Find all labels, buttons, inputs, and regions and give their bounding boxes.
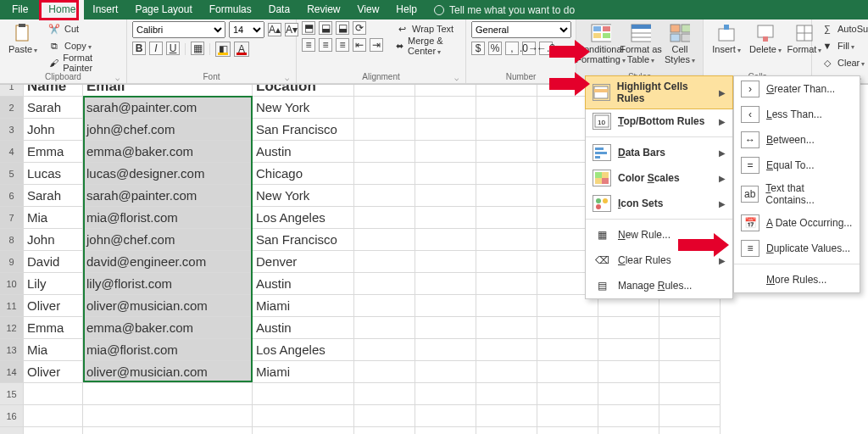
- cell-loc-8[interactable]: San Francisco: [253, 229, 354, 251]
- wrap-text-button[interactable]: ↩Wrap Text: [392, 21, 460, 36]
- format-painter-button[interactable]: 🖌Format Painter: [44, 55, 121, 70]
- mi-more-rules[interactable]: More Rules...: [734, 267, 860, 292]
- font-size-select[interactable]: 14: [229, 21, 264, 38]
- cell-blank[interactable]: [598, 427, 659, 434]
- cell-blank[interactable]: [537, 317, 598, 339]
- row-head-7[interactable]: 7: [0, 207, 24, 229]
- cell-blank[interactable]: [354, 427, 415, 434]
- increase-decimal-icon[interactable]: .0→: [522, 42, 536, 55]
- cell-blank[interactable]: [415, 295, 476, 317]
- cell-blank[interactable]: [415, 361, 476, 383]
- cell-blank[interactable]: [476, 405, 537, 427]
- cell-blank[interactable]: [354, 339, 415, 361]
- cell-blank[interactable]: [24, 427, 83, 434]
- row-head-15[interactable]: 15: [0, 383, 24, 405]
- cell-blank[interactable]: [476, 427, 537, 434]
- cell-name-9[interactable]: David: [24, 251, 83, 273]
- autosum-button[interactable]: ∑AutoSum: [817, 21, 868, 36]
- cut-button[interactable]: ✂️Cut: [44, 21, 121, 36]
- cell-blank[interactable]: [354, 273, 415, 295]
- cell-blank[interactable]: [476, 317, 537, 339]
- align-top-icon[interactable]: ⬒: [302, 21, 315, 35]
- cell-email-13[interactable]: mia@florist.com: [83, 339, 253, 361]
- mi-equal-to[interactable]: =Equal To...: [734, 153, 860, 178]
- merge-center-button[interactable]: ⬌Merge & Center: [392, 38, 460, 53]
- cell-name-7[interactable]: Mia: [24, 207, 83, 229]
- decrease-decimal-icon[interactable]: ←.0: [539, 42, 553, 55]
- cell-blank[interactable]: [476, 295, 537, 317]
- mi-greater-than[interactable]: ›Greater Than...: [734, 76, 860, 102]
- cell-loc-7[interactable]: Los Angeles: [253, 207, 354, 229]
- cell-email-5[interactable]: lucas@designer.com: [83, 163, 253, 185]
- cell-loc-2[interactable]: New York: [253, 97, 354, 119]
- row-head-6[interactable]: 6: [0, 185, 24, 207]
- row-head-12[interactable]: 12: [0, 317, 24, 339]
- cell-loc-5[interactable]: Chicago: [253, 163, 354, 185]
- cell-loc-11[interactable]: Miami: [253, 295, 354, 317]
- paste-button[interactable]: Paste: [5, 21, 41, 57]
- mi-new-rule[interactable]: ▦New Rule...: [586, 222, 732, 248]
- cell-email-12[interactable]: emma@baker.com: [83, 317, 253, 339]
- cell-blank[interactable]: [659, 405, 721, 427]
- cell-blank[interactable]: [415, 317, 476, 339]
- cell-blank[interactable]: [598, 317, 659, 339]
- clear-button[interactable]: ◇Clear: [817, 55, 868, 70]
- cell-blank[interactable]: [354, 185, 415, 207]
- cell-blank[interactable]: [415, 85, 476, 97]
- cell-email-6[interactable]: sarah@painter.com: [83, 185, 253, 207]
- mi-less-than[interactable]: ‹Less Than...: [734, 102, 860, 127]
- bold-button[interactable]: B: [132, 42, 146, 55]
- cell-blank[interactable]: [415, 163, 476, 185]
- cell-blank[interactable]: [476, 251, 537, 273]
- cell-loc-3[interactable]: San Francisco: [253, 119, 354, 141]
- mi-date-occurring[interactable]: 📅A Date Occurring...: [734, 210, 860, 236]
- cell-loc-13[interactable]: Los Angeles: [253, 339, 354, 361]
- row-head-10[interactable]: 10: [0, 273, 24, 295]
- cell-name-6[interactable]: Sarah: [24, 185, 83, 207]
- decrease-indent-icon[interactable]: ⇤: [353, 38, 366, 52]
- conditional-formatting-button[interactable]: Conditional Formatting: [581, 21, 620, 66]
- row-head-14[interactable]: 14: [0, 361, 24, 383]
- cell-blank[interactable]: [354, 295, 415, 317]
- fill-color-button[interactable]: ◧: [215, 42, 231, 57]
- cell-c1[interactable]: Location: [253, 85, 354, 97]
- row-head-1[interactable]: 1: [0, 85, 24, 97]
- row-head-8[interactable]: 8: [0, 229, 24, 251]
- cell-loc-14[interactable]: Miami: [253, 361, 354, 383]
- cell-blank[interactable]: [659, 427, 721, 434]
- cell-blank[interactable]: [476, 361, 537, 383]
- cell-blank[interactable]: [415, 207, 476, 229]
- delete-cells-button[interactable]: Delete: [748, 21, 783, 57]
- cell-blank[interactable]: [476, 207, 537, 229]
- cell-blank[interactable]: [415, 251, 476, 273]
- tell-me[interactable]: Tell me what you want to do: [426, 0, 583, 19]
- cell-email-9[interactable]: david@engineer.com: [83, 251, 253, 273]
- tab-data[interactable]: Data: [260, 0, 298, 19]
- cell-blank[interactable]: [253, 383, 354, 405]
- row-head-17[interactable]: 17: [0, 427, 24, 434]
- mi-manage-rules[interactable]: ▤Manage Rules...: [586, 273, 732, 298]
- cell-blank[interactable]: [598, 361, 659, 383]
- row-head-9[interactable]: 9: [0, 251, 24, 273]
- tab-home[interactable]: Home: [40, 0, 84, 19]
- cell-blank[interactable]: [476, 119, 537, 141]
- tab-page-layout[interactable]: Page Layout: [126, 0, 200, 19]
- cell-blank[interactable]: [415, 141, 476, 163]
- insert-cells-button[interactable]: Insert: [709, 21, 744, 57]
- cell-blank[interactable]: [354, 119, 415, 141]
- cell-email-2[interactable]: sarah@painter.com: [83, 97, 253, 119]
- cell-blank[interactable]: [354, 97, 415, 119]
- mi-duplicate-values[interactable]: ≡Duplicate Values...: [734, 236, 860, 261]
- cell-blank[interactable]: [476, 163, 537, 185]
- cell-blank[interactable]: [354, 207, 415, 229]
- increase-font-icon[interactable]: A▴: [268, 23, 281, 36]
- fill-button[interactable]: ▼Fill: [817, 38, 868, 53]
- cell-blank[interactable]: [415, 405, 476, 427]
- cell-blank[interactable]: [253, 427, 354, 434]
- tab-insert[interactable]: Insert: [84, 0, 126, 19]
- cell-blank[interactable]: [659, 361, 721, 383]
- row-head-3[interactable]: 3: [0, 119, 24, 141]
- cell-name-5[interactable]: Lucas: [24, 163, 83, 185]
- mi-color-scales[interactable]: Color Scales▶: [586, 165, 732, 191]
- cell-styles-button[interactable]: Cell Styles: [662, 21, 698, 66]
